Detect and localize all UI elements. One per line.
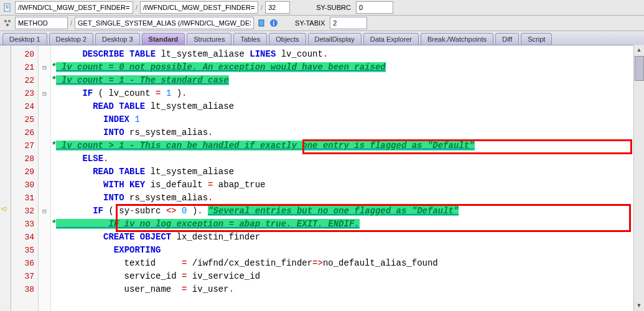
svg-text:i: i	[273, 20, 275, 27]
line-number: 38	[11, 283, 38, 296]
fold-toggle	[39, 244, 50, 257]
separator: /	[136, 4, 138, 11]
vertical-scrollbar[interactable]: ▲ ▼	[633, 45, 644, 311]
marker-gutter: ➪	[0, 45, 11, 311]
fold-toggle[interactable]: ⊟	[39, 87, 50, 100]
line-number: 29	[11, 165, 38, 179]
tab-desktop-1[interactable]: Desktop 1	[2, 33, 47, 45]
svg-rect-4	[259, 20, 264, 26]
tab-detaildisplay[interactable]: DetailDisplay	[308, 33, 362, 45]
marker-cell	[0, 72, 11, 85]
tab-diff[interactable]: Diff	[495, 33, 519, 45]
fold-toggle[interactable]: ⊟	[39, 205, 50, 218]
fold-toggle	[39, 165, 50, 179]
line-number: 34	[11, 231, 38, 244]
fold-toggle	[39, 126, 50, 139]
code-line[interactable]: READ TABLE lt_system_aliase	[51, 165, 644, 179]
code-line[interactable]: * lv count = 0 not possible. An exceptio…	[51, 61, 644, 74]
line-number: 21	[11, 61, 38, 74]
marker-cell	[0, 267, 11, 281]
line-number: 27	[11, 139, 38, 152]
marker-cell	[0, 281, 11, 294]
sy-subrc-field[interactable]	[356, 1, 393, 14]
code-line[interactable]: READ TABLE lt_system_aliase	[51, 100, 644, 113]
tab-standard[interactable]: Standard	[142, 33, 185, 45]
code-line[interactable]: * lv count > 1 - This can be handled if …	[51, 139, 644, 152]
toolbar-row-2: / i SY-TABIX	[0, 16, 644, 31]
tab-structures[interactable]: Structures	[187, 33, 231, 45]
code-line[interactable]: textid = /iwfnd/cx_destin_finder=>no_def…	[51, 257, 644, 270]
code-line[interactable]: EXPORTING	[51, 244, 644, 257]
svg-point-2	[8, 20, 11, 22]
line-number: 33	[11, 218, 38, 231]
marker-cell	[0, 111, 11, 124]
code-line[interactable]: * lv count = 1 - The standard case	[51, 74, 644, 87]
marker-cell	[0, 150, 11, 163]
marker-cell	[0, 85, 11, 98]
document-icon	[2, 2, 12, 12]
fold-toggle	[39, 218, 50, 231]
code-line[interactable]: IF ( lv_count = 1 ).	[51, 87, 644, 100]
scroll-up-icon[interactable]: ▲	[634, 45, 644, 55]
marker-cell	[0, 176, 11, 189]
method-label-field[interactable]	[15, 17, 68, 29]
code-line[interactable]: * IF iv no log exception = abap true. EX…	[51, 218, 644, 231]
marker-cell	[0, 189, 11, 202]
toolbar-row-1: / / SY-SUBRC	[0, 0, 644, 16]
svg-point-3	[6, 24, 9, 26]
line-number: 28	[11, 152, 38, 165]
fold-toggle[interactable]: ⊟	[39, 61, 50, 74]
line-number: 32	[11, 205, 38, 218]
line-number: 23	[11, 87, 38, 100]
line-number-field[interactable]	[265, 1, 290, 14]
code-area[interactable]: DESCRIBE TABLE lt_system_aliase LINES lv…	[51, 45, 644, 311]
fold-toggle	[39, 270, 50, 283]
line-number: 24	[11, 100, 38, 113]
tab-desktop-3[interactable]: Desktop 3	[95, 33, 140, 45]
line-number: 31	[11, 192, 38, 205]
path-field-1[interactable]	[15, 1, 133, 14]
scrollbar-thumb[interactable]	[635, 56, 644, 81]
marker-cell	[0, 228, 11, 241]
code-line[interactable]: WITH KEY is_default = abap_true	[51, 179, 644, 192]
marker-cell	[0, 254, 11, 267]
fold-toggle	[39, 283, 50, 296]
tab-break-watchpoints[interactable]: Break./Watchpoints	[421, 33, 493, 45]
info-icon[interactable]: i	[269, 18, 279, 28]
line-number: 35	[11, 244, 38, 257]
code-editor: ➪ 20212223242526272829303132333435363738…	[0, 45, 644, 311]
path-field-2[interactable]	[140, 1, 258, 14]
marker-cell	[0, 215, 11, 228]
marker-cell	[0, 163, 11, 176]
line-number: 26	[11, 126, 38, 139]
marker-cell	[0, 98, 11, 111]
marker-cell	[0, 45, 11, 58]
sy-tabix-label: SY-TABIX	[292, 19, 327, 27]
code-line[interactable]: INDEX 1	[51, 113, 644, 126]
code-line[interactable]: user_name = iv_user.	[51, 283, 644, 296]
fold-toggle	[39, 152, 50, 165]
code-line[interactable]: CREATE OBJECT lx_destin_finder	[51, 231, 644, 244]
code-line[interactable]: service_id = iv_service_id	[51, 270, 644, 283]
scroll-down-icon[interactable]: ▼	[634, 300, 644, 311]
marker-cell	[0, 241, 11, 254]
code-line[interactable]: INTO rs_system_alias.	[51, 192, 644, 205]
line-number: 37	[11, 270, 38, 283]
fold-toggle	[39, 139, 50, 152]
tab-script[interactable]: Script	[521, 33, 552, 45]
code-line[interactable]: DESCRIBE TABLE lt_system_aliase LINES lv…	[51, 48, 644, 61]
tab-objects[interactable]: Objects	[269, 33, 306, 45]
code-line[interactable]: ELSE.	[51, 152, 644, 165]
sy-subrc-label: SY-SUBRC	[314, 4, 353, 11]
bookmark-icon[interactable]	[256, 18, 266, 28]
tab-data-explorer[interactable]: Data Explorer	[363, 33, 419, 45]
fold-toggle	[39, 113, 50, 126]
marker-cell	[0, 124, 11, 137]
tab-desktop-2[interactable]: Desktop 2	[49, 33, 94, 45]
tab-tables[interactable]: Tables	[233, 33, 267, 45]
code-line[interactable]: IF ( sy-subrc <> 0 ). "Several entries b…	[51, 205, 644, 218]
code-line[interactable]: INTO rs_system_alias.	[51, 126, 644, 139]
sy-tabix-field[interactable]	[330, 17, 367, 29]
method-icon	[2, 18, 12, 28]
method-value-field[interactable]	[75, 17, 254, 29]
